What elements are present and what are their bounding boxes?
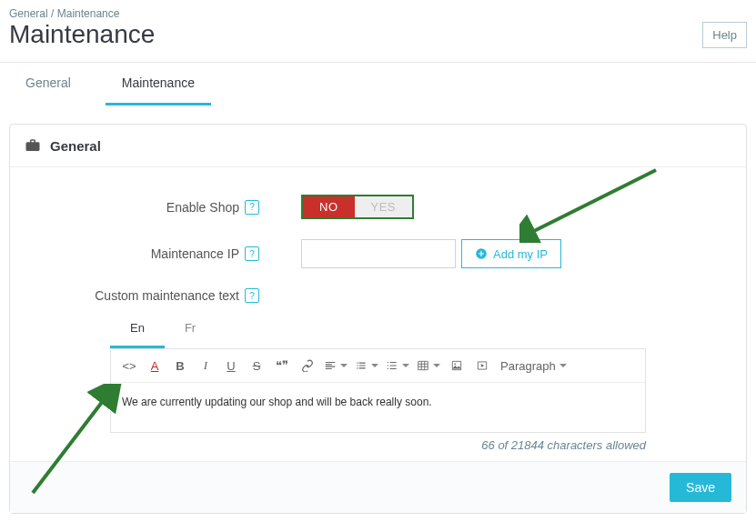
editor-content[interactable]: We are currently updating our shop and w…: [111, 383, 645, 432]
svg-point-0: [454, 363, 456, 365]
help-icon[interactable]: ?: [245, 246, 259, 261]
panel-header: General: [10, 125, 746, 167]
help-icon[interactable]: ?: [245, 200, 259, 215]
text-color-icon[interactable]: A: [146, 356, 164, 375]
save-button[interactable]: Save: [670, 473, 731, 502]
enable-shop-toggle[interactable]: NO YES: [301, 195, 414, 219]
add-my-ip-label: Add my IP: [493, 247, 548, 261]
lang-tab-fr[interactable]: Fr: [165, 310, 216, 348]
character-count: 66 of 21844 characters allowed: [110, 433, 646, 452]
blockquote-icon[interactable]: ❝❞: [273, 356, 291, 375]
table-icon[interactable]: [417, 356, 440, 375]
language-tabs: En Fr: [110, 310, 646, 348]
image-icon[interactable]: [448, 356, 466, 375]
maintenance-ip-label: Maintenance IP: [151, 246, 239, 261]
page-tabs: General Maintenance: [0, 63, 756, 105]
italic-icon[interactable]: I: [197, 356, 215, 375]
toggle-no[interactable]: NO: [303, 196, 355, 217]
custom-text-label: Custom maintenance text: [95, 288, 239, 303]
video-icon[interactable]: [473, 356, 491, 375]
bold-icon[interactable]: B: [171, 356, 189, 375]
strikethrough-icon[interactable]: S: [247, 356, 266, 375]
panel-title: General: [50, 138, 101, 154]
page-title: Maintenance: [9, 20, 155, 49]
enable-shop-label: Enable Shop: [166, 200, 239, 215]
add-my-ip-button[interactable]: Add my IP: [461, 239, 561, 268]
plus-circle-icon: [475, 247, 488, 260]
underline-icon[interactable]: U: [222, 356, 240, 375]
maintenance-ip-input[interactable]: [301, 239, 456, 268]
align-icon[interactable]: [324, 356, 348, 375]
source-code-icon[interactable]: <>: [120, 356, 138, 375]
tab-maintenance[interactable]: Maintenance: [106, 63, 211, 105]
paragraph-dropdown[interactable]: Paragraph: [499, 356, 569, 375]
help-icon[interactable]: ?: [245, 288, 259, 303]
general-panel: General Enable Shop ? NO YES Maintenance…: [9, 124, 747, 514]
breadcrumb-maintenance[interactable]: Maintenance: [57, 7, 120, 20]
tab-general[interactable]: General: [9, 63, 87, 105]
lang-tab-en[interactable]: En: [110, 310, 165, 348]
toggle-yes[interactable]: YES: [355, 196, 413, 217]
bullet-list-icon[interactable]: [355, 356, 378, 375]
briefcase-icon: [25, 137, 41, 154]
numbered-list-icon[interactable]: [386, 356, 409, 375]
breadcrumb-general[interactable]: General: [9, 7, 48, 20]
breadcrumb: General / Maintenance: [0, 0, 756, 20]
help-button[interactable]: Help: [702, 22, 747, 48]
rich-text-editor: <> A B I U S ❝❞ Paragraph We are cur: [110, 348, 646, 433]
link-icon[interactable]: [298, 356, 317, 375]
editor-toolbar: <> A B I U S ❝❞ Paragraph: [111, 349, 645, 383]
